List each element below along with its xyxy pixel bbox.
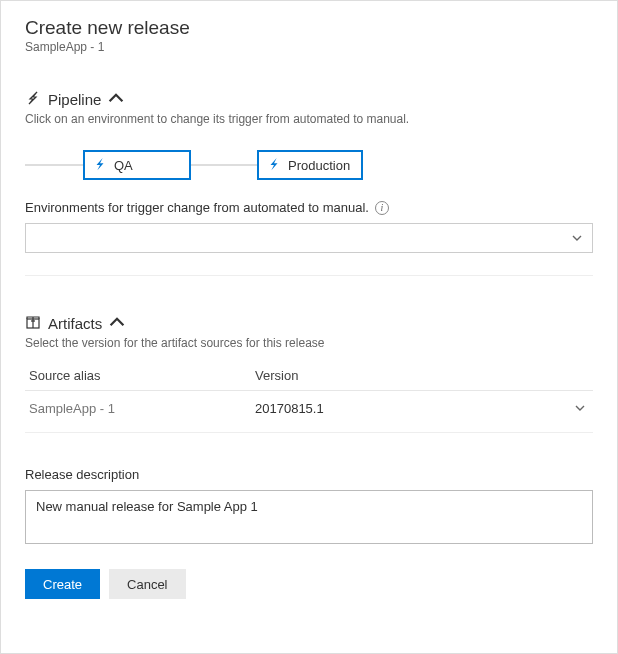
button-row: Create Cancel [25,569,593,599]
release-description-label: Release description [25,467,593,482]
info-icon[interactable]: i [375,201,389,215]
artifact-source-value: SampleApp - 1 [25,401,255,416]
automated-trigger-icon [267,157,281,174]
stage-production-label: Production [288,158,350,173]
stage-qa[interactable]: QA [83,150,191,180]
environments-label-row: Environments for trigger change from aut… [25,200,593,215]
artifacts-section-header[interactable]: Artifacts [25,314,593,333]
column-version: Version [255,368,593,383]
cancel-button[interactable]: Cancel [109,569,185,599]
pipeline-description: Click on an environment to change its tr… [25,112,593,126]
page-subtitle: SampleApp - 1 [25,40,593,54]
pipeline-section-title: Pipeline [48,91,101,108]
artifacts-icon [25,314,41,333]
artifacts-section-title: Artifacts [48,315,102,332]
create-button[interactable]: Create [25,569,100,599]
stage-production[interactable]: Production [257,150,363,180]
pipeline-connector [191,164,257,166]
pipeline-diagram: QA Production [25,150,593,180]
artifacts-table: Source alias Version SampleApp - 1 20170… [25,368,593,433]
automated-trigger-icon [93,157,107,174]
pipeline-section-header[interactable]: Pipeline [25,90,593,109]
column-source-alias: Source alias [25,368,255,383]
table-row: SampleApp - 1 20170815.1 [25,391,593,433]
page-title: Create new release [25,17,593,39]
table-header: Source alias Version [25,368,593,391]
create-release-panel: Create new release SampleApp - 1 Pipelin… [0,0,618,654]
stage-qa-label: QA [114,158,133,173]
pipeline-connector-start [25,164,83,166]
chevron-up-icon [108,90,124,109]
environments-label: Environments for trigger change from aut… [25,200,369,215]
pipeline-icon [25,90,41,109]
chevron-up-icon [109,314,125,333]
divider [25,275,593,276]
version-dropdown-toggle[interactable] [575,401,593,416]
artifacts-description: Select the version for the artifact sour… [25,336,593,350]
artifact-version-value: 20170815.1 [255,401,575,416]
chevron-down-icon [572,231,582,246]
release-description-input[interactable] [25,490,593,544]
environments-dropdown[interactable] [25,223,593,253]
